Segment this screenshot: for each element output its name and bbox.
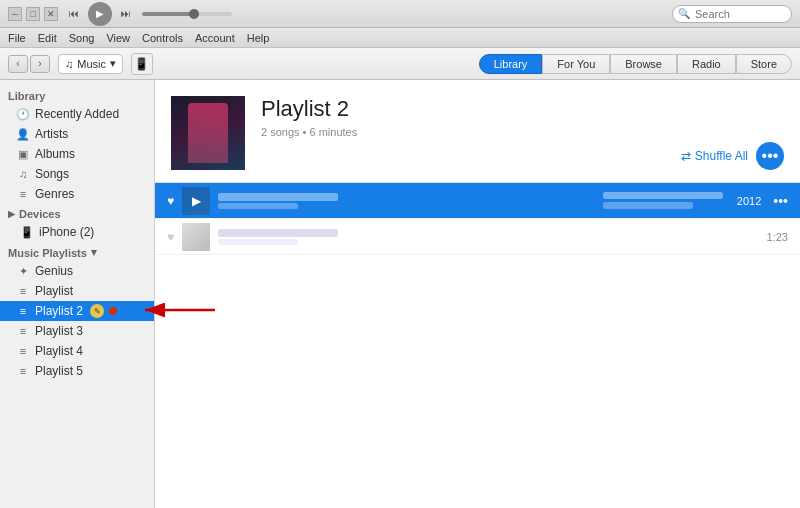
track-row[interactable]: ♥ 1:23 [155,219,800,255]
shuffle-label: Shuffle All [695,149,748,163]
heart-icon[interactable]: ♥ [167,230,174,244]
sidebar-item-playlist4[interactable]: ≡ Playlist 4 [0,341,154,361]
sidebar-item-artists[interactable]: 👤 Artists [0,124,154,144]
album-art-inner [171,96,245,170]
back-button[interactable]: ‹ [8,55,28,73]
music-note-icon: ♫ [65,58,73,70]
menu-controls[interactable]: Controls [142,32,183,44]
search-input[interactable] [672,5,792,23]
device-button[interactable]: 📱 [131,53,153,75]
shuffle-all-button[interactable]: ⇄ Shuffle All [681,149,748,163]
playlist-actions: ⇄ Shuffle All ••• [681,142,784,170]
iphone-icon: 📱 [20,226,34,239]
progress-thumb [189,9,199,19]
menu-help[interactable]: Help [247,32,270,44]
sidebar-item-genius[interactable]: ✦ Genius [0,261,154,281]
playlist-meta: 2 songs • 6 minutes [261,126,665,138]
tab-radio[interactable]: Radio [677,54,736,74]
playlists-section-header[interactable]: Music Playlists ▾ [0,242,154,261]
menu-edit[interactable]: Edit [38,32,57,44]
person-icon: 👤 [16,128,30,141]
sidebar-item-recently-added[interactable]: 🕐 Recently Added [0,104,154,124]
songs-icon: ♫ [16,168,30,180]
track-more-button[interactable]: ••• [773,193,788,209]
track-row[interactable]: ♥ ▶ 2012 ••• [155,183,800,219]
source-label: Music [77,58,106,70]
track-thumbnail [182,223,210,251]
album-icon: ▣ [16,148,30,161]
devices-expand-icon: ▶ [8,209,15,219]
library-section-header: Library [0,86,154,104]
track-right: 2012 ••• [731,193,788,209]
track-thumbnail: ▶ [182,187,210,215]
progress-bar[interactable] [142,12,232,16]
maximize-button[interactable]: □ [26,7,40,21]
menu-song[interactable]: Song [69,32,95,44]
playback-controls: ⏮ ▶ ⏭ [64,2,136,26]
sidebar-item-albums[interactable]: ▣ Albums [0,144,154,164]
genius-icon: ✦ [16,265,30,278]
album-art [171,96,245,170]
title-bar-right: 🔍 [672,5,792,23]
play-button[interactable]: ▶ [88,2,112,26]
track-right: 1:23 [758,231,788,243]
sidebar-item-playlist2[interactable]: ≡ Playlist 2 ✎ [0,301,154,321]
tab-browse[interactable]: Browse [610,54,677,74]
track-list: ♥ ▶ 2012 ••• [155,183,800,508]
tab-library[interactable]: Library [479,54,543,74]
sidebar: Library 🕐 Recently Added 👤 Artists ▣ Alb… [0,80,155,508]
track-bar1 [603,192,723,199]
track-info [218,193,595,209]
shuffle-icon: ⇄ [681,149,691,163]
sidebar-item-label: Playlist 2 [35,304,83,318]
playlist5-icon: ≡ [16,365,30,377]
sidebar-item-label: Playlist 4 [35,344,83,358]
sidebar-item-label: iPhone (2) [39,225,94,239]
menu-file[interactable]: File [8,32,26,44]
sidebar-item-label: Songs [35,167,69,181]
edit-badge: ✎ [90,304,104,318]
menu-account[interactable]: Account [195,32,235,44]
track-duration: 1:23 [758,231,788,243]
sidebar-item-playlist3[interactable]: ≡ Playlist 3 [0,321,154,341]
content-area: Playlist 2 2 songs • 6 minutes ⇄ Shuffle… [155,80,800,508]
playlist3-icon: ≡ [16,325,30,337]
menu-bar: File Edit Song View Controls Account Hel… [0,28,800,48]
track-bar2 [603,202,693,209]
genres-icon: ≡ [16,188,30,200]
forward-button-nav[interactable]: › [30,55,50,73]
rewind-button[interactable]: ⏮ [64,6,84,22]
title-bar-left: ─ □ ✕ ⏮ ▶ ⏭ [8,2,232,26]
track-artist [218,239,298,245]
sidebar-item-songs[interactable]: ♫ Songs [0,164,154,184]
playlists-label: Music Playlists [8,247,87,259]
sidebar-item-playlist[interactable]: ≡ Playlist [0,281,154,301]
sidebar-item-genres[interactable]: ≡ Genres [0,184,154,204]
forward-button[interactable]: ⏭ [116,6,136,22]
sidebar-item-label: Playlist [35,284,73,298]
nav-tabs: Library For You Browse Radio Store [479,54,792,74]
track-middle [603,192,723,209]
menu-view[interactable]: View [106,32,130,44]
tab-for-you[interactable]: For You [542,54,610,74]
sidebar-item-label: Artists [35,127,68,141]
search-icon: 🔍 [678,8,690,19]
search-wrap: 🔍 [672,5,792,23]
sidebar-item-label: Playlist 3 [35,324,83,338]
playlist-icon: ≡ [16,285,30,297]
source-selector[interactable]: ♫ Music ▾ [58,54,123,74]
devices-section-header[interactable]: ▶ Devices [0,204,154,222]
toolbar: ‹ › ♫ Music ▾ 📱 Library For You Browse R… [0,48,800,80]
close-button[interactable]: ✕ [44,7,58,21]
tab-store[interactable]: Store [736,54,792,74]
minimize-button[interactable]: ─ [8,7,22,21]
devices-label: Devices [19,208,61,220]
playlists-chevron-icon: ▾ [91,246,97,259]
sidebar-item-iphone[interactable]: 📱 iPhone (2) [0,222,154,242]
track-title [218,193,338,201]
more-options-button[interactable]: ••• [756,142,784,170]
title-bar: ─ □ ✕ ⏮ ▶ ⏭ 🔍 [0,0,800,28]
sidebar-item-playlist5[interactable]: ≡ Playlist 5 [0,361,154,381]
heart-icon[interactable]: ♥ [167,194,174,208]
track-year: 2012 [731,195,761,207]
